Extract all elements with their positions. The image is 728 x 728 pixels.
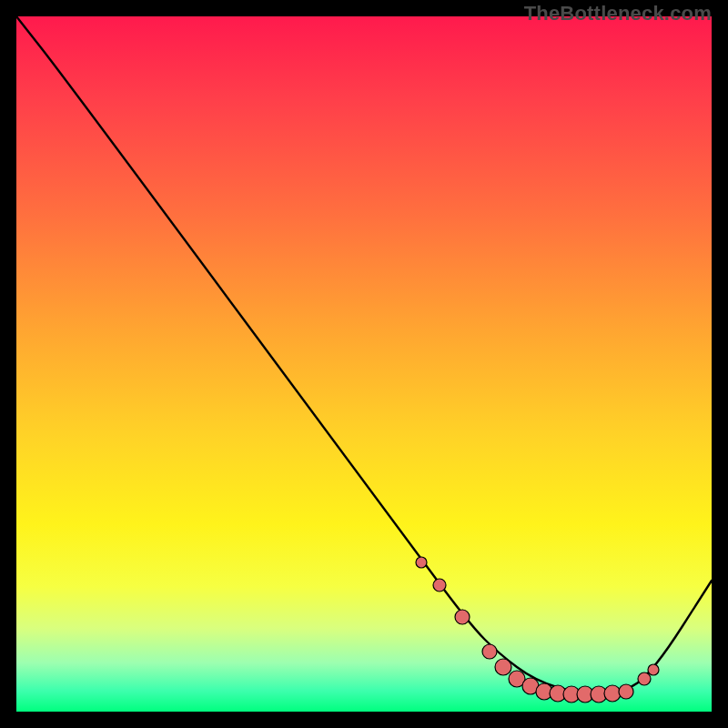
curve-layer [16,16,712,712]
bottleneck-curve-path [16,16,712,694]
curve-marker [619,684,633,699]
curve-marker [648,664,659,675]
curve-marker [495,659,511,675]
curve-marker [416,557,427,568]
curve-marker [455,610,470,624]
curve-marker [638,672,651,685]
curve-marker [482,644,497,659]
curve-marker [433,579,446,592]
curve-marker [604,685,621,702]
